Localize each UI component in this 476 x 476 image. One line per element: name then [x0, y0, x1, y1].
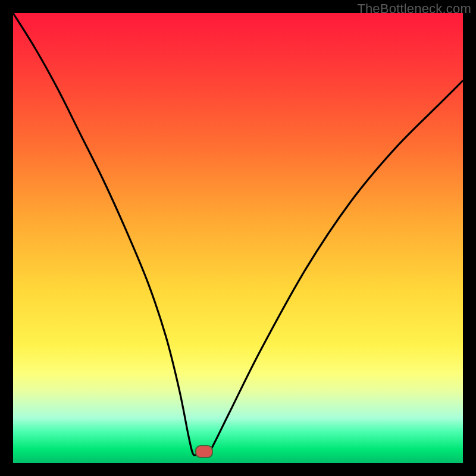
- watermark-text: TheBottleneck.com: [357, 1, 471, 17]
- bottleneck-curve: [13, 13, 463, 463]
- plot-area: [13, 13, 463, 463]
- bottleneck-marker: [195, 445, 213, 458]
- curve-path: [13, 13, 463, 455]
- chart-stage: TheBottleneck.com: [0, 0, 476, 476]
